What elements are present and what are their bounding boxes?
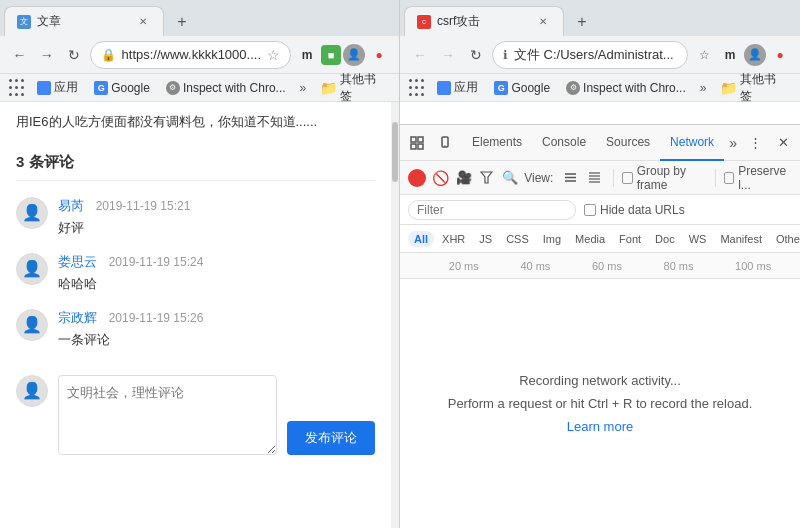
- left-content-area[interactable]: 用IE6的人吃方便面都没有调料包，你知道不知道...... 3 条评论 👤 易芮…: [0, 102, 391, 528]
- type-btn-manifest[interactable]: Manifest: [714, 231, 768, 247]
- comment-author-1: 娄思云: [58, 254, 97, 269]
- right-bookmark-inspect[interactable]: ⚙ Inspect with Chro...: [560, 79, 692, 97]
- right-tab-active[interactable]: c csrf攻击 ✕: [404, 6, 564, 36]
- extension-icon[interactable]: ■: [321, 45, 341, 65]
- right-tab-title: csrf攻击: [437, 13, 529, 30]
- scrollbar-track: [391, 102, 399, 528]
- left-tab-active[interactable]: 文 文章 ✕: [4, 6, 164, 36]
- left-forward-btn[interactable]: →: [35, 43, 58, 67]
- submit-comment-btn[interactable]: 发布评论: [287, 421, 375, 455]
- search-network-icon[interactable]: 🔍: [501, 168, 518, 188]
- right-bookmarks-more-btn[interactable]: »: [696, 79, 711, 97]
- devtools-more-tabs[interactable]: »: [724, 130, 742, 156]
- type-filter-bar: All XHR JS CSS Img Media Font Doc WS Man…: [400, 225, 800, 253]
- hide-data-urls-label[interactable]: Hide data URLs: [584, 203, 685, 217]
- bookmark-apps[interactable]: 应用: [31, 77, 84, 98]
- type-btn-xhr[interactable]: XHR: [436, 231, 471, 247]
- close-circle-icon[interactable]: ●: [367, 43, 391, 67]
- right-empty-top: [400, 102, 800, 122]
- devtools-settings-icon[interactable]: ⋮: [742, 130, 768, 156]
- avatar-0: 👤: [16, 197, 48, 229]
- scrollbar-thumb[interactable]: [392, 122, 398, 182]
- camera-icon[interactable]: 🎥: [455, 168, 472, 188]
- group-by-frame-checkbox[interactable]: [622, 172, 632, 184]
- mobile-icon[interactable]: [432, 130, 458, 156]
- right-forward-btn[interactable]: →: [436, 43, 460, 67]
- empty-line2: Perform a request or hit Ctrl + R to rec…: [448, 396, 753, 411]
- right-refresh-btn[interactable]: ↻: [464, 43, 488, 67]
- left-address-bar[interactable]: 🔒 https://www.kkkk1000.... ☆: [90, 41, 291, 69]
- right-bookmarks-bar: 应用 G Google ⚙ Inspect with Chro... » 📁 其…: [400, 74, 800, 102]
- comment-time-1: 2019-11-19 15:24: [109, 255, 204, 269]
- right-lock-icon: ℹ: [503, 48, 508, 62]
- view-detail-btn[interactable]: [583, 167, 605, 189]
- right-apps-icon[interactable]: [408, 78, 427, 98]
- record-btn[interactable]: [408, 169, 426, 187]
- comment-textarea[interactable]: [58, 375, 277, 455]
- type-btn-img[interactable]: Img: [537, 231, 567, 247]
- timeline-bar: 20 ms 40 ms 60 ms 80 ms 100 ms: [400, 253, 800, 279]
- bookmark-inspect[interactable]: ⚙ Inspect with Chro...: [160, 79, 292, 97]
- type-btn-other[interactable]: Other: [770, 231, 800, 247]
- toolbar-separator-2: [715, 169, 716, 187]
- avatar-1: 👤: [16, 253, 48, 285]
- bookmarks-more-btn[interactable]: »: [296, 79, 311, 97]
- hide-data-checkbox[interactable]: [584, 204, 596, 216]
- timeline-label-4: 100 ms: [735, 260, 771, 272]
- inspector-icon[interactable]: [404, 130, 430, 156]
- devtools-tab-elements[interactable]: Elements: [462, 125, 532, 161]
- left-tab-close[interactable]: ✕: [135, 14, 151, 30]
- preserve-log-checkbox[interactable]: [724, 172, 734, 184]
- right-browser: c csrf攻击 ✕ + ← → ↻ ℹ 文件 C:/Users/Adminis…: [400, 0, 800, 528]
- right-back-btn[interactable]: ←: [408, 43, 432, 67]
- learn-more-link[interactable]: Learn more: [567, 419, 633, 434]
- comment-body-2: 宗政辉 2019-11-19 15:26 一条评论: [58, 309, 203, 349]
- right-bookmark-google[interactable]: G Google: [488, 79, 556, 97]
- right-tab-close[interactable]: ✕: [535, 14, 551, 30]
- right-new-tab-btn[interactable]: +: [568, 8, 596, 36]
- empty-line1: Recording network activity...: [519, 373, 681, 388]
- type-btn-doc[interactable]: Doc: [649, 231, 681, 247]
- view-toggle: [559, 167, 605, 189]
- comments-count: 3 条评论: [16, 153, 375, 181]
- type-btn-media[interactable]: Media: [569, 231, 611, 247]
- filter-icon[interactable]: [478, 168, 495, 188]
- apps-icon[interactable]: [8, 78, 27, 98]
- preserve-log-label[interactable]: Preserve l...: [724, 164, 792, 192]
- devtools-tab-network[interactable]: Network: [660, 125, 724, 161]
- type-btn-js[interactable]: JS: [473, 231, 498, 247]
- view-list-btn[interactable]: [559, 167, 581, 189]
- filter-input[interactable]: [408, 200, 576, 220]
- type-btn-css[interactable]: CSS: [500, 231, 535, 247]
- star-icon[interactable]: ☆: [267, 47, 280, 63]
- type-btn-font[interactable]: Font: [613, 231, 647, 247]
- left-bookmarks-bar: 应用 G Google ⚙ Inspect with Chro... » 📁 其…: [0, 74, 399, 102]
- devtools-tab-sources[interactable]: Sources: [596, 125, 660, 161]
- group-by-frame-label[interactable]: Group by frame: [622, 164, 707, 192]
- right-close-circle-icon[interactable]: ●: [768, 43, 792, 67]
- left-new-tab-btn[interactable]: +: [168, 8, 196, 36]
- type-btn-all[interactable]: All: [408, 231, 434, 247]
- network-empty-state: Recording network activity... Perform a …: [400, 279, 800, 528]
- stop-btn[interactable]: 🚫: [432, 169, 449, 187]
- right-profile-icon[interactable]: 👤: [744, 44, 766, 66]
- comment-time-0: 2019-11-19 15:21: [96, 199, 191, 213]
- left-scrollbar[interactable]: [391, 102, 399, 528]
- devtools-close-icon[interactable]: ✕: [770, 130, 796, 156]
- left-back-btn[interactable]: ←: [8, 43, 31, 67]
- right-star-btn[interactable]: ☆: [692, 43, 716, 67]
- devtools-actions: ⋮ ✕: [742, 130, 796, 156]
- other-bookmarks-left[interactable]: 📁 其他书签: [314, 69, 391, 107]
- other-bookmarks-right[interactable]: 📁 其他书签: [714, 69, 792, 107]
- comment-item-2: 👤 宗政辉 2019-11-19 15:26 一条评论: [16, 309, 375, 349]
- left-refresh-btn[interactable]: ↻: [62, 43, 85, 67]
- devtools-tab-console[interactable]: Console: [532, 125, 596, 161]
- left-toolbar-actions: m ■ 👤 ●: [295, 43, 391, 67]
- bookmark-google[interactable]: G Google: [88, 79, 156, 97]
- right-bookmark-apps[interactable]: 应用: [431, 77, 484, 98]
- right-address-bar[interactable]: ℹ 文件 C:/Users/Administrat...: [492, 41, 688, 69]
- profile-icon[interactable]: 👤: [343, 44, 365, 66]
- m-btn[interactable]: m: [295, 43, 319, 67]
- type-btn-ws[interactable]: WS: [683, 231, 713, 247]
- right-m-btn[interactable]: m: [718, 43, 742, 67]
